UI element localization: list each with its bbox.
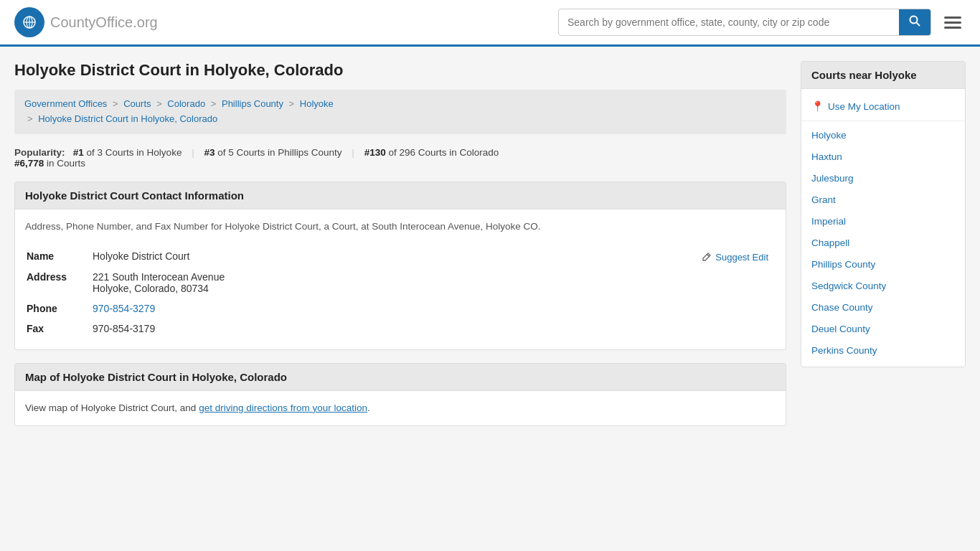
phone-link[interactable]: 970-854-3279 [93, 303, 155, 314]
phone-value: 970-854-3279 [93, 299, 774, 318]
contact-section: Holyoke District Court Contact Informati… [14, 182, 786, 350]
map-section-body: View map of Holyoke District Court, and … [15, 391, 786, 425]
sidebar-divider [801, 121, 965, 121]
map-description: View map of Holyoke District Court, and … [25, 401, 776, 415]
sidebar-link-phillips-county[interactable]: Phillips County [811, 259, 875, 270]
table-row: Fax 970-854-3179 [27, 319, 774, 338]
sidebar-link-holyoke[interactable]: Holyoke [811, 130, 847, 141]
sidebar-item-julesburg[interactable]: Julesburg [801, 167, 965, 189]
popularity-section: Popularity: #1 of 3 Courts in Holyoke | … [14, 147, 786, 169]
rank1-text: of 3 Courts in Holyoke [87, 147, 182, 158]
sidebar-item-chase-county[interactable]: Chase County [801, 296, 965, 318]
fax-value: 970-854-3179 [93, 319, 774, 338]
logo-text: CountyOffice.org [50, 14, 158, 31]
sidebar-item-deuel-county[interactable]: Deuel County [801, 318, 965, 339]
sidebar-item-holyoke[interactable]: Holyoke [801, 124, 965, 146]
breadcrumb-sep: > [289, 98, 295, 109]
address-label: Address [27, 268, 91, 298]
breadcrumb-link-gov-offices[interactable]: Government Offices [24, 98, 107, 109]
name-label: Name [27, 247, 91, 266]
sidebar-link-deuel-county[interactable]: Deuel County [811, 324, 870, 334]
hamburger-line [944, 22, 961, 24]
hamburger-line [944, 27, 961, 29]
breadcrumb-link-current[interactable]: Holyoke District Court in Holyoke, Color… [38, 113, 217, 124]
phone-label: Phone [27, 299, 91, 318]
sidebar-item-use-location[interactable]: 📍 Use My Location [801, 95, 965, 118]
search-input[interactable] [559, 11, 899, 34]
map-section-header: Map of Holyoke District Court in Holyoke… [15, 364, 786, 391]
breadcrumb-link-phillips[interactable]: Phillips County [222, 98, 283, 109]
search-button[interactable] [899, 9, 930, 35]
hamburger-line [944, 17, 961, 19]
map-section: Map of Holyoke District Court in Holyoke… [14, 363, 786, 426]
sidebar-item-phillips-county[interactable]: Phillips County [801, 253, 965, 275]
sidebar: Courts near Holyoke 📍 Use My Location Ho… [801, 61, 966, 439]
sidebar-link-imperial[interactable]: Imperial [811, 216, 846, 227]
sidebar-item-imperial[interactable]: Imperial [801, 210, 965, 232]
rank3-text: of 296 Courts in Colorado [388, 147, 499, 158]
sidebar-link-julesburg[interactable]: Julesburg [811, 173, 854, 184]
sidebar-link-grant[interactable]: Grant [811, 194, 836, 205]
rank2: #3 [204, 147, 215, 158]
contact-table: Name Holyoke District Court Suggest Edit [25, 245, 776, 339]
sidebar-item-grant[interactable]: Grant [801, 189, 965, 210]
sidebar-link-chase-county[interactable]: Chase County [811, 302, 873, 313]
logo-icon [14, 7, 44, 37]
name-value: Holyoke District Court Suggest Edit [93, 247, 774, 266]
breadcrumb-sep: > [211, 98, 217, 109]
sidebar-link-sedgwick-county[interactable]: Sedgwick County [811, 281, 886, 291]
suggest-edit-button[interactable]: Suggest Edit [702, 252, 768, 263]
breadcrumb-sep: > [156, 98, 162, 109]
rank1: #1 [73, 147, 84, 158]
search-bar [558, 9, 931, 36]
sidebar-item-perkins-county[interactable]: Perkins County [801, 339, 965, 361]
sidebar-link-haxtun[interactable]: Haxtun [811, 151, 842, 162]
sidebar-header: Courts near Holyoke [801, 62, 965, 89]
table-row: Name Holyoke District Court Suggest Edit [27, 247, 774, 266]
site-header: CountyOffice.org [0, 0, 980, 47]
svg-line-6 [917, 23, 920, 27]
fax-label: Fax [27, 319, 91, 338]
pin-icon: 📍 [811, 100, 824, 112]
breadcrumb-link-holyoke[interactable]: Holyoke [300, 98, 334, 109]
breadcrumb-link-colorado[interactable]: Colorado [167, 98, 205, 109]
driving-directions-link[interactable]: get driving directions from your locatio… [199, 402, 367, 413]
breadcrumb: Government Offices > Courts > Colorado >… [14, 90, 786, 134]
breadcrumb-sep: > [27, 113, 33, 124]
main-container: Holyoke District Court in Holyoke, Color… [0, 47, 980, 453]
sidebar-item-sedgwick-county[interactable]: Sedgwick County [801, 275, 965, 296]
contact-description: Address, Phone Number, and Fax Number fo… [25, 220, 776, 234]
hamburger-button[interactable] [940, 12, 966, 33]
address-value: 221 South Interocean Avenue Holyoke, Col… [93, 268, 774, 298]
rank3: #130 [364, 147, 386, 158]
svg-point-5 [910, 17, 918, 24]
table-row: Phone 970-854-3279 [27, 299, 774, 318]
header-right [558, 9, 966, 36]
page-title: Holyoke District Court in Holyoke, Color… [14, 61, 786, 80]
contact-section-body: Address, Phone Number, and Fax Number fo… [15, 209, 786, 349]
breadcrumb-sep: > [113, 98, 118, 109]
sidebar-item-haxtun[interactable]: Haxtun [801, 146, 965, 167]
use-location-link[interactable]: Use My Location [828, 101, 900, 112]
sidebar-item-chappell[interactable]: Chappell [801, 232, 965, 253]
sidebar-link-perkins-county[interactable]: Perkins County [811, 345, 877, 356]
rank4-text: in Courts [47, 158, 85, 169]
sidebar-box: Courts near Holyoke 📍 Use My Location Ho… [801, 61, 966, 367]
rank4: #6,778 [14, 158, 44, 169]
sidebar-link-chappell[interactable]: Chappell [811, 237, 849, 248]
table-row: Address 221 South Interocean Avenue Holy… [27, 268, 774, 298]
popularity-label: Popularity: [14, 147, 65, 158]
breadcrumb-link-courts[interactable]: Courts [123, 98, 151, 109]
rank2-text: of 5 Courts in Phillips County [217, 147, 341, 158]
contact-section-header: Holyoke District Court Contact Informati… [15, 182, 786, 209]
content-area: Holyoke District Court in Holyoke, Color… [14, 61, 786, 439]
sidebar-body: 📍 Use My Location Holyoke Haxtun Julesbu… [801, 89, 965, 367]
logo[interactable]: CountyOffice.org [14, 7, 158, 37]
